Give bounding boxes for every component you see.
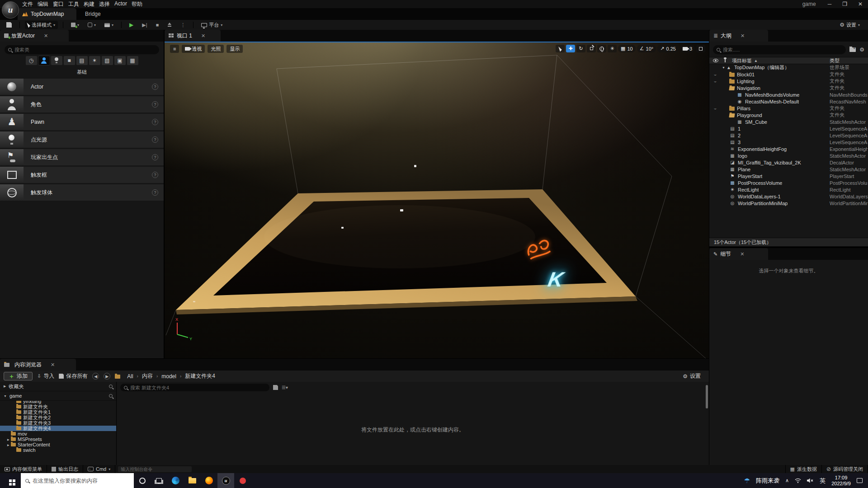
settings-button[interactable]: ⚙ 设置 ▾: [837, 21, 864, 29]
place-actor-item[interactable]: 点光源 ?: [0, 131, 164, 148]
tab-viewport[interactable]: 视口 1 ✕: [165, 30, 221, 42]
close-icon[interactable]: ✕: [741, 33, 745, 39]
menu-item[interactable]: 帮助: [129, 0, 145, 9]
menu-item[interactable]: 工具: [66, 0, 81, 9]
outliner-row[interactable]: ExponentialHeightFog ExponentialHeight: [709, 145, 868, 152]
platforms-button[interactable]: 平台 ▾: [198, 21, 225, 29]
menu-item[interactable]: 选择: [97, 0, 112, 9]
save-button[interactable]: [4, 21, 14, 29]
visibility-column-icon[interactable]: [713, 59, 718, 62]
volume-muted-icon[interactable]: [807, 478, 814, 483]
camera-speed-control[interactable]: 3: [680, 45, 695, 52]
recent-icon[interactable]: ◷: [26, 56, 37, 65]
outliner-search[interactable]: [713, 45, 846, 54]
close-icon[interactable]: ✕: [201, 33, 205, 39]
show-button[interactable]: 显示: [226, 45, 243, 53]
help-icon[interactable]: ?: [152, 119, 158, 125]
outliner-row[interactable]: logo StaticMeshActor: [709, 152, 868, 159]
outliner-row[interactable]: ▼ TopDownMap（编辑器） 世界场景: [709, 64, 868, 71]
viewport-scene[interactable]: K X Y ≡ 透视 光照: [165, 42, 709, 358]
help-icon[interactable]: ?: [152, 172, 158, 178]
visual-effects-icon[interactable]: ✶: [89, 56, 100, 65]
all-classes-icon[interactable]: ▦: [127, 56, 138, 65]
tab-details[interactable]: ✎ 细节 ✕: [709, 248, 768, 260]
outliner-row[interactable]: SM_Cube StaticMeshActor: [709, 118, 868, 125]
menu-item[interactable]: 编辑: [35, 0, 51, 9]
menu-item[interactable]: Actor: [112, 0, 129, 9]
taskbar-search[interactable]: [21, 473, 134, 488]
cortana-button[interactable]: [134, 473, 151, 488]
help-icon[interactable]: ?: [152, 189, 158, 196]
place-actor-item[interactable]: 触发框 ?: [0, 167, 164, 183]
output-log-button[interactable]: 输出日志: [47, 465, 83, 473]
forward-button[interactable]: ▶: [104, 373, 110, 380]
maximize-button[interactable]: ❐: [842, 1, 847, 7]
hidden-eye-icon[interactable]: ⌣: [709, 72, 721, 77]
lit-mode-button[interactable]: 光照: [208, 45, 224, 53]
outliner-settings-icon[interactable]: ⚙: [859, 47, 864, 53]
outliner-row[interactable]: RecastNavMesh-Default RecastNavMesh: [709, 98, 868, 105]
content-browser-assets[interactable]: ☰▾ 将文件放置在此处，或点击右键创建内容。 0项: [117, 382, 709, 477]
content-browser-settings-button[interactable]: ⚙ 设置: [683, 372, 705, 380]
outliner-row[interactable]: 1 LevelSequenceActo: [709, 125, 868, 132]
edge-button[interactable]: [167, 473, 184, 488]
add-actor-button[interactable]: ▾: [68, 21, 82, 29]
outliner-row[interactable]: NavMeshBoundsVolume NavMeshBoundsVo: [709, 91, 868, 98]
place-actor-item[interactable]: Actor ?: [0, 79, 164, 95]
unreal-taskbar-button[interactable]: u: [217, 473, 234, 488]
console-mode-select[interactable]: ›_ Cmd ▾: [83, 465, 115, 473]
asset-search[interactable]: [120, 384, 269, 391]
folder-item[interactable]: 新建文件夹2: [0, 415, 116, 420]
search-icon[interactable]: [109, 394, 113, 398]
tab-place-actor[interactable]: 放置Actor ✕: [0, 30, 69, 42]
close-button[interactable]: ✕: [858, 1, 863, 7]
new-folder-icon[interactable]: [849, 47, 856, 52]
close-icon[interactable]: ✕: [44, 33, 48, 39]
tab-bridge[interactable]: Bridge: [80, 8, 105, 20]
weather-label[interactable]: 阵雨来袭: [756, 477, 779, 485]
file-explorer-button[interactable]: [184, 473, 201, 488]
move-tool-button[interactable]: ✚: [566, 45, 575, 52]
derived-data-button[interactable]: ▦ 派生数据: [785, 465, 822, 473]
cinematics-icon[interactable]: ▤: [76, 56, 88, 65]
outliner-row[interactable]: PostProcessVolume PostProcessVolum: [709, 179, 868, 186]
console-input[interactable]: [118, 466, 192, 472]
place-actor-item[interactable]: Pawn ?: [0, 114, 164, 130]
hidden-eye-icon[interactable]: ⌣: [709, 79, 721, 84]
tab-outliner[interactable]: ≣ 大纲 ✕: [709, 30, 768, 42]
taskbar-search-input[interactable]: [33, 478, 129, 484]
place-actor-item[interactable]: 玩家出生点 ?: [0, 149, 164, 165]
expand-arrow-icon[interactable]: ▶: [7, 443, 11, 446]
editor-mode-select[interactable]: 选择模式 ▾: [25, 21, 58, 29]
help-icon[interactable]: ?: [152, 154, 158, 160]
play-button[interactable]: ▶: [127, 21, 136, 29]
menu-item[interactable]: 窗口: [51, 0, 66, 9]
outliner-row[interactable]: ⌣ Block01 文件夹: [709, 71, 868, 78]
help-icon[interactable]: ?: [152, 101, 158, 108]
start-button[interactable]: [0, 473, 21, 488]
menu-item[interactable]: 文件: [20, 0, 35, 9]
help-icon[interactable]: ?: [152, 136, 158, 143]
outliner-row[interactable]: WorldDataLayers-1 WorldDataLayers: [709, 193, 868, 200]
search-input[interactable]: [130, 385, 266, 390]
maximize-viewport-button[interactable]: [696, 45, 705, 52]
folder-item[interactable]: 新建文件夹4: [0, 426, 116, 431]
outliner-row[interactable]: Plane StaticMeshActor: [709, 166, 868, 173]
search-input[interactable]: [723, 47, 842, 52]
tab-topdownmap[interactable]: TopDownMap: [18, 8, 76, 20]
minimize-button[interactable]: ─: [828, 1, 832, 7]
folder-item[interactable]: 新建文件夹1: [0, 409, 116, 415]
perspective-button[interactable]: 透视: [182, 45, 205, 53]
grid-snap-control[interactable]: ▦ 10: [618, 45, 636, 52]
content-drawer-button[interactable]: 内容侧滑菜单: [0, 465, 47, 473]
expand-arrow-icon[interactable]: ▼: [721, 113, 729, 117]
outliner-row[interactable]: 3 LevelSequenceActo: [709, 139, 868, 145]
blueprints-button[interactable]: ▾: [85, 21, 99, 29]
volumes-icon[interactable]: ▣: [114, 56, 126, 65]
weather-icon[interactable]: ☂: [744, 477, 750, 485]
expand-arrow-icon[interactable]: ▼: [721, 66, 726, 69]
input-language[interactable]: 英: [820, 477, 826, 485]
folder-item[interactable]: ▶ StarterContent: [0, 442, 116, 447]
expand-arrow-icon[interactable]: ▶: [7, 438, 11, 441]
task-view-button[interactable]: [151, 473, 167, 488]
